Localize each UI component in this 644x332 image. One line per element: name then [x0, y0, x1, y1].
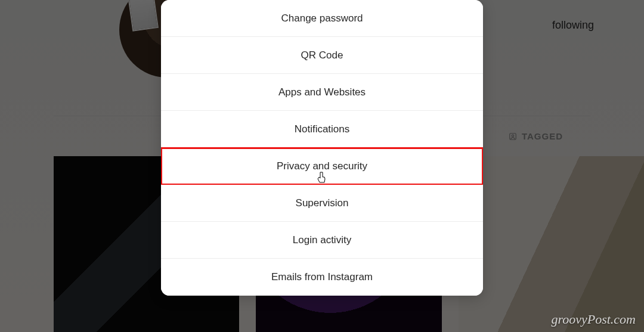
settings-item-label: QR Code — [301, 49, 343, 61]
settings-item-privacy-security[interactable]: Privacy and security — [161, 148, 483, 185]
settings-item-qr-code[interactable]: QR Code — [161, 37, 483, 74]
settings-item-label: Change password — [281, 13, 363, 24]
settings-item-label: Supervision — [296, 197, 349, 209]
settings-item-label: Notifications — [295, 123, 350, 135]
settings-item-label: Login activity — [293, 234, 351, 246]
settings-item-apps-websites[interactable]: Apps and Websites — [161, 74, 483, 111]
settings-item-change-password[interactable]: Change password — [161, 0, 483, 37]
settings-item-supervision[interactable]: Supervision — [161, 185, 483, 222]
settings-item-label: Apps and Websites — [278, 86, 366, 98]
settings-modal: Change passwordQR CodeApps and WebsitesN… — [161, 0, 483, 296]
settings-item-notifications[interactable]: Notifications — [161, 111, 483, 148]
watermark: groovyPost.com — [551, 312, 636, 327]
settings-item-login-activity[interactable]: Login activity — [161, 222, 483, 259]
pointer-cursor-icon — [317, 172, 327, 184]
settings-item-emails-instagram[interactable]: Emails from Instagram — [161, 259, 483, 296]
settings-item-label: Emails from Instagram — [271, 271, 373, 283]
settings-item-label: Privacy and security — [277, 160, 367, 172]
